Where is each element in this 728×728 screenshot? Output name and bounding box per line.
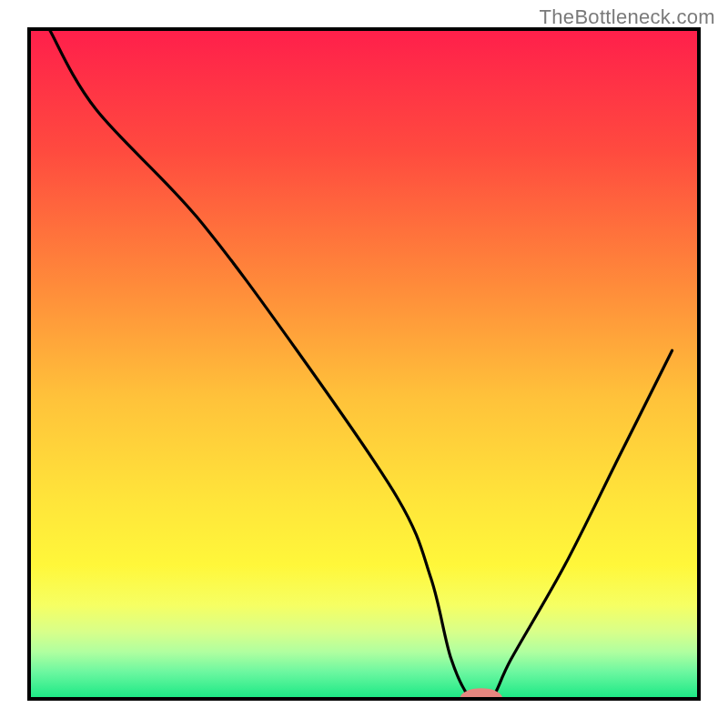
watermark-text: TheBottleneck.com bbox=[540, 5, 715, 29]
plot-background bbox=[29, 29, 699, 699]
chart-container: { "watermark": "TheBottleneck.com", "cha… bbox=[0, 0, 728, 728]
bottleneck-chart bbox=[0, 0, 728, 728]
